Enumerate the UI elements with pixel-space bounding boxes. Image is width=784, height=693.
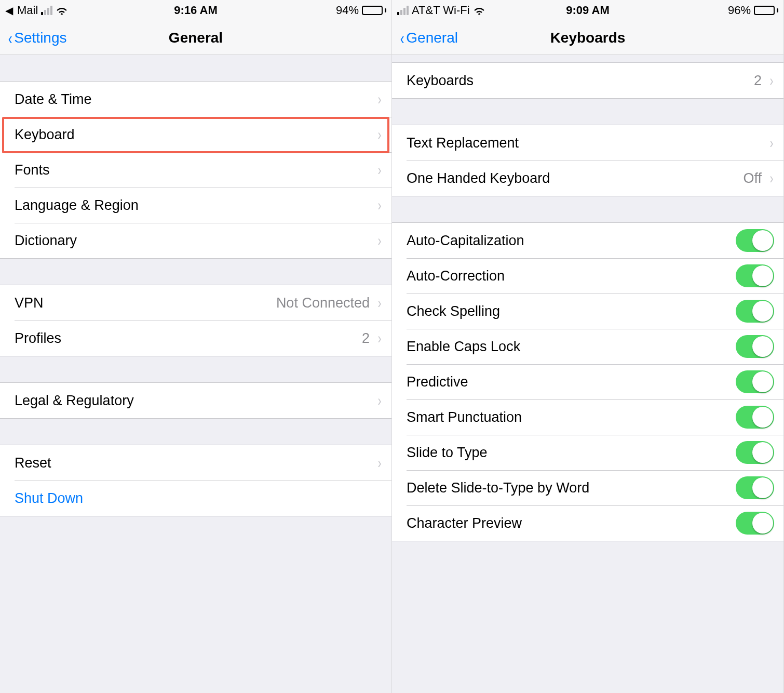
row-keyboard[interactable]: Keyboard › xyxy=(0,117,391,152)
battery-icon xyxy=(754,6,778,15)
nav-bar: ‹ General Keyboards xyxy=(392,21,783,55)
chevron-right-icon: › xyxy=(378,454,382,472)
row-label: Enable Caps Lock xyxy=(407,339,520,355)
screen-general: ◀ Mail 9:16 AM 94% ‹ Settings General xyxy=(0,0,392,693)
row-detail: Off xyxy=(743,170,762,186)
row-check-spelling[interactable]: Check Spelling xyxy=(392,294,783,329)
row-keyboards[interactable]: Keyboards 2 › xyxy=(392,63,783,98)
row-label: Dictionary xyxy=(15,233,77,249)
group-general-2: VPN Not Connected › Profiles 2 › xyxy=(0,285,391,356)
chevron-right-icon: › xyxy=(378,294,382,312)
row-date-time[interactable]: Date & Time › xyxy=(0,82,391,117)
wifi-icon xyxy=(56,6,68,15)
row-delete-slide-to-type-by-word[interactable]: Delete Slide-to-Type by Word xyxy=(392,470,783,505)
row-vpn[interactable]: VPN Not Connected › xyxy=(0,285,391,321)
carrier-label: AT&T Wi-Fi xyxy=(412,4,470,17)
row-label: Keyboards xyxy=(407,73,474,89)
row-slide-to-type[interactable]: Slide to Type xyxy=(392,435,783,470)
chevron-left-icon: ‹ xyxy=(8,29,12,47)
screen-keyboards: AT&T Wi-Fi 9:09 AM 96% ‹ General Keyboar… xyxy=(392,0,784,693)
row-label: Auto-Correction xyxy=(407,268,505,284)
row-label: Keyboard xyxy=(15,127,75,143)
row-label: Language & Region xyxy=(15,197,139,214)
row-detail: 2 xyxy=(754,73,762,89)
chevron-left-icon: ‹ xyxy=(400,29,404,47)
nav-back-label: Settings xyxy=(14,30,66,46)
row-auto-capitalization[interactable]: Auto-Capitalization xyxy=(392,223,783,258)
row-detail: Not Connected xyxy=(276,295,370,311)
cell-signal-icon xyxy=(397,6,409,15)
row-label: Slide to Type xyxy=(407,445,488,461)
battery-icon xyxy=(362,6,386,15)
row-smart-punctuation[interactable]: Smart Punctuation xyxy=(392,399,783,435)
row-text-replacement[interactable]: Text Replacement › xyxy=(392,125,783,161)
chevron-right-icon: › xyxy=(378,196,382,214)
switch-toggle[interactable] xyxy=(736,335,774,358)
switch-toggle[interactable] xyxy=(736,406,774,429)
switch-toggle[interactable] xyxy=(736,370,774,393)
row-fonts[interactable]: Fonts › xyxy=(0,152,391,188)
row-label: One Handed Keyboard xyxy=(407,170,550,186)
back-app-arrow-icon[interactable]: ◀ xyxy=(5,4,14,17)
wifi-icon xyxy=(473,6,485,15)
nav-back-button[interactable]: ‹ Settings xyxy=(7,29,67,47)
row-label: Predictive xyxy=(407,374,468,390)
row-legal-regulatory[interactable]: Legal & Regulatory › xyxy=(0,383,391,418)
row-predictive[interactable]: Predictive xyxy=(392,364,783,399)
row-language-region[interactable]: Language & Region › xyxy=(0,188,391,223)
status-bar: ◀ Mail 9:16 AM 94% xyxy=(0,0,391,21)
chevron-right-icon: › xyxy=(770,169,774,187)
nav-back-label: General xyxy=(406,30,458,46)
back-app-label[interactable]: Mail xyxy=(17,4,38,17)
row-auto-correction[interactable]: Auto-Correction xyxy=(392,258,783,294)
switch-toggle[interactable] xyxy=(736,300,774,323)
row-label: Character Preview xyxy=(407,515,522,531)
nav-back-button[interactable]: ‹ General xyxy=(399,29,458,47)
group-keyboards-count: Keyboards 2 › xyxy=(392,62,783,99)
row-label: Legal & Regulatory xyxy=(15,393,134,409)
row-label: Date & Time xyxy=(15,91,92,108)
chevron-right-icon: › xyxy=(378,90,382,108)
row-shut-down[interactable]: Shut Down xyxy=(0,481,391,516)
row-label: Auto-Capitalization xyxy=(407,233,524,249)
chevron-right-icon: › xyxy=(378,161,382,179)
row-label: Fonts xyxy=(15,162,50,178)
row-label: Reset xyxy=(15,455,51,471)
group-general-4: Reset › Shut Down xyxy=(0,445,391,516)
chevron-right-icon: › xyxy=(770,134,774,152)
switch-toggle[interactable] xyxy=(736,229,774,252)
switch-toggle[interactable] xyxy=(736,476,774,499)
nav-bar: ‹ Settings General xyxy=(0,21,391,55)
group-general-3: Legal & Regulatory › xyxy=(0,382,391,419)
row-label: Profiles xyxy=(15,330,61,346)
row-label: Text Replacement xyxy=(407,135,519,151)
row-dictionary[interactable]: Dictionary › xyxy=(0,223,391,258)
row-label: Shut Down xyxy=(15,490,83,507)
row-label: Smart Punctuation xyxy=(407,409,522,425)
row-label: VPN xyxy=(15,295,44,311)
switch-toggle[interactable] xyxy=(736,512,774,535)
group-keyboard-switches: Auto-Capitalization Auto-Correction Chec… xyxy=(392,222,783,541)
switch-toggle[interactable] xyxy=(736,441,774,464)
chevron-right-icon: › xyxy=(378,126,382,143)
chevron-right-icon: › xyxy=(770,72,774,89)
row-reset[interactable]: Reset › xyxy=(0,445,391,481)
chevron-right-icon: › xyxy=(378,232,382,249)
battery-percent: 96% xyxy=(728,4,751,17)
switch-toggle[interactable] xyxy=(736,264,774,287)
group-general-1: Date & Time › Keyboard › Fonts › Languag… xyxy=(0,81,391,259)
chevron-right-icon: › xyxy=(378,392,382,409)
row-one-handed-keyboard[interactable]: One Handed Keyboard Off › xyxy=(392,161,783,196)
row-profiles[interactable]: Profiles 2 › xyxy=(0,321,391,356)
cell-signal-icon xyxy=(41,6,52,15)
row-label: Delete Slide-to-Type by Word xyxy=(407,480,589,496)
row-enable-caps-lock[interactable]: Enable Caps Lock xyxy=(392,329,783,364)
group-keyboard-options: Text Replacement › One Handed Keyboard O… xyxy=(392,125,783,196)
row-detail: 2 xyxy=(362,330,370,346)
chevron-right-icon: › xyxy=(378,329,382,347)
row-character-preview[interactable]: Character Preview xyxy=(392,505,783,541)
status-bar: AT&T Wi-Fi 9:09 AM 96% xyxy=(392,0,783,21)
row-label: Check Spelling xyxy=(407,303,500,319)
battery-percent: 94% xyxy=(336,4,359,17)
